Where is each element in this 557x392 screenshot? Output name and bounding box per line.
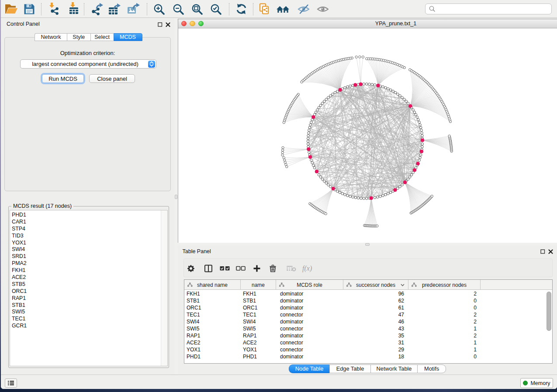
tab-style[interactable]: Style [67, 33, 90, 41]
export-network-button[interactable] [91, 0, 105, 18]
dropdown-stepper-icon [148, 61, 155, 68]
mcds-list-scrollbar[interactable] [161, 210, 167, 366]
mcds-result-item[interactable]: STB1 [10, 302, 167, 309]
export-table-button[interactable] [108, 0, 122, 18]
node-table-header: shared namenameMCDS rolesuccessor nodesp… [184, 280, 552, 290]
gear-button[interactable] [187, 259, 195, 278]
first-neighbors-button[interactable] [276, 0, 290, 18]
column-header-name[interactable]: name [241, 280, 276, 290]
column-header-MCDS-role[interactable]: MCDS role [276, 280, 343, 290]
delete-button[interactable] [269, 259, 277, 278]
table-row-SWI5[interactable]: SWI5SWI5connector431 [184, 325, 552, 332]
cell-name: ACE2 [241, 339, 276, 346]
horizontal-splitter-grip[interactable] [365, 243, 370, 246]
memory-button[interactable]: Memory [520, 378, 553, 388]
task-history-button[interactable] [5, 378, 17, 388]
hide-columns-button[interactable] [236, 259, 246, 278]
cell-predecessor_nodes: 0 [408, 297, 481, 304]
mcds-result-item[interactable]: FKH1 [10, 267, 167, 274]
clone-network-button[interactable] [259, 0, 271, 18]
close-table-panel-icon[interactable] [548, 249, 553, 254]
mcds-result-item[interactable]: PHD1 [10, 212, 167, 219]
table-row-FKH1[interactable]: FKH1FKH1dominator962 [184, 290, 552, 297]
column-header-shared-name[interactable]: shared name [184, 280, 241, 290]
vertical-splitter[interactable] [174, 18, 178, 375]
table-row-YOX1[interactable]: YOX1YOX1connector291 [184, 346, 552, 353]
close-panel-button[interactable]: Close panel [89, 74, 135, 83]
vertical-splitter-grip[interactable] [175, 195, 177, 199]
columns-button[interactable] [204, 259, 212, 278]
table-row-ORC1[interactable]: ORC1ORC1dominator610 [184, 304, 552, 311]
network-canvas[interactable] [178, 29, 557, 243]
run-mcds-button[interactable]: Run MCDS [42, 74, 84, 83]
add-button[interactable] [253, 259, 261, 278]
table-row-TEC1[interactable]: TEC1TEC1connector472 [184, 311, 552, 318]
mcds-result-item[interactable]: CAR1 [10, 219, 167, 226]
search-input[interactable] [436, 5, 551, 14]
mcds-result-item[interactable]: RAP1 [10, 295, 167, 302]
cell-successor_nodes: 35 [343, 332, 408, 339]
mcds-result-item[interactable]: TID3 [10, 233, 167, 240]
show-columns-button[interactable] [220, 259, 230, 278]
network-window-titlebar[interactable]: YPA_prune.txt_1 [178, 19, 557, 28]
table-scrollbar-thumb[interactable] [547, 292, 551, 331]
zoom-fit-button[interactable] [191, 0, 203, 18]
mcds-result-item[interactable]: STP4 [10, 226, 167, 233]
import-table-button[interactable] [67, 0, 80, 18]
cell-predecessor_nodes: 2 [408, 332, 481, 339]
column-header-predecessor-nodes[interactable]: predecessor nodes [408, 280, 481, 290]
table-row-SWI4[interactable]: SWI4SWI4dominator462 [184, 318, 552, 325]
mcds-result-item[interactable]: SWI5 [10, 309, 167, 316]
cell-successor_nodes: 43 [343, 325, 408, 332]
cell-successor_nodes: 29 [343, 346, 408, 353]
mcds-result-item[interactable]: STB5 [10, 281, 167, 288]
mcds-result-item[interactable]: SWI4 [10, 246, 167, 253]
hide-selected-button[interactable] [298, 0, 310, 18]
tab-network-table[interactable]: Network Table [370, 364, 417, 373]
tab-mcds[interactable]: MCDS [114, 33, 142, 41]
criterion-dropdown[interactable]: largest connected component (undirected) [20, 59, 156, 69]
mcds-result-item[interactable]: PMA2 [10, 260, 167, 267]
open-folder-button[interactable] [4, 0, 19, 18]
close-window-icon[interactable] [181, 21, 187, 27]
close-panel-icon[interactable] [166, 22, 170, 27]
show-all-button[interactable] [317, 0, 329, 18]
maximize-window-icon[interactable] [198, 21, 204, 27]
zoom-out-button[interactable] [173, 0, 184, 18]
tab-motifs[interactable]: Motifs [417, 364, 446, 373]
column-label: shared name [184, 282, 240, 288]
hide-selected-icon [298, 4, 310, 14]
table-row-RAP1[interactable]: RAP1RAP1dominator352 [184, 332, 552, 339]
mcds-result-item[interactable]: ORC1 [10, 288, 167, 295]
import-network-button[interactable] [47, 0, 60, 18]
table-row-STB1[interactable]: STB1STB1dominator620 [184, 297, 552, 304]
tab-edge-table[interactable]: Edge Table [329, 364, 371, 373]
tab-node-table[interactable]: Node Table [289, 364, 329, 373]
node-table: shared namenameMCDS rolesuccessor nodesp… [184, 279, 553, 364]
mcds-result-item[interactable]: GCR1 [10, 323, 167, 330]
cell-mcds_role: connector [276, 346, 343, 353]
export-image-button[interactable] [127, 0, 141, 18]
float-table-panel-icon[interactable] [540, 249, 545, 254]
tab-select[interactable]: Select [90, 33, 114, 41]
table-row-ACE2[interactable]: ACE2ACE2connector311 [184, 339, 552, 346]
mcds-result-item[interactable]: SRD1 [10, 253, 167, 260]
float-panel-icon[interactable] [158, 22, 163, 27]
tab-network[interactable]: Network [35, 33, 67, 41]
mcds-result-item[interactable]: TEC1 [10, 316, 167, 323]
table-scrollbar[interactable] [546, 291, 551, 363]
zoom-selected-button[interactable] [210, 0, 221, 18]
apply-layout-button[interactable] [236, 0, 247, 18]
column-header-successor-nodes[interactable]: successor nodes [343, 280, 408, 290]
cell-name: SWI4 [241, 318, 276, 325]
mcds-result-list[interactable]: PHD1CAR1STP4TID3YOX1SWI4SRD1PMA2FKH1ACE2… [10, 210, 168, 366]
table-row-PHD1[interactable]: PHD1PHD1dominator180 [184, 353, 552, 360]
search-box[interactable] [425, 3, 552, 14]
horizontal-splitter[interactable] [178, 243, 557, 246]
toolbar-separator [253, 3, 253, 15]
mcds-result-item[interactable]: YOX1 [10, 240, 167, 247]
mcds-result-item[interactable]: ACE2 [10, 274, 167, 281]
save-session-button[interactable] [23, 0, 35, 18]
zoom-in-button[interactable] [153, 0, 165, 18]
minimize-window-icon[interactable] [190, 21, 195, 27]
